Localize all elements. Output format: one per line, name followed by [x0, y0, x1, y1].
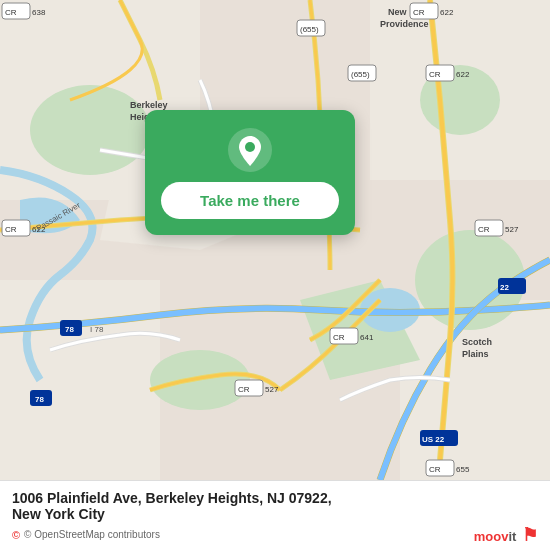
svg-text:622: 622	[456, 70, 470, 79]
city-line: New York City	[12, 506, 538, 522]
action-card: Take me there	[145, 110, 355, 235]
svg-text:622: 622	[440, 8, 454, 17]
svg-text:78: 78	[65, 325, 74, 334]
svg-text:CR: CR	[238, 385, 250, 394]
openstreetmap-logo: ©	[12, 529, 20, 541]
moovit-logo: moovit ⚑	[474, 524, 538, 546]
svg-text:CR: CR	[5, 225, 17, 234]
svg-text:CR: CR	[413, 8, 425, 17]
svg-text:CR: CR	[333, 333, 345, 342]
attribution-row: © © OpenStreetMap contributors moovit ⚑	[12, 524, 538, 546]
take-me-there-button[interactable]: Take me there	[161, 182, 339, 219]
svg-text:638: 638	[32, 8, 46, 17]
svg-text:(655): (655)	[351, 70, 370, 79]
svg-text:CR: CR	[429, 465, 441, 474]
svg-text:655: 655	[456, 465, 470, 474]
svg-rect-4	[0, 280, 160, 480]
svg-text:CR: CR	[478, 225, 490, 234]
svg-text:I 78: I 78	[90, 325, 104, 334]
svg-point-57	[245, 142, 255, 152]
svg-text:Providence: Providence	[380, 19, 429, 29]
svg-text:Scotch: Scotch	[462, 337, 492, 347]
svg-text:Berkeley: Berkeley	[130, 100, 168, 110]
svg-text:US 22: US 22	[422, 435, 445, 444]
svg-text:527: 527	[505, 225, 519, 234]
info-bar: 1006 Plainfield Ave, Berkeley Heights, N…	[0, 480, 550, 550]
location-pin-icon	[228, 128, 272, 172]
svg-text:(655): (655)	[300, 25, 319, 34]
svg-text:CR: CR	[429, 70, 441, 79]
svg-point-6	[30, 85, 150, 175]
map-container: 78 I 78 78 22 US 22 CR 638 CR 622 CR 622…	[0, 0, 550, 480]
svg-text:Plains: Plains	[462, 349, 489, 359]
svg-text:New: New	[388, 7, 408, 17]
svg-text:78: 78	[35, 395, 44, 404]
svg-text:527: 527	[265, 385, 279, 394]
svg-text:22: 22	[500, 283, 509, 292]
svg-text:641: 641	[360, 333, 374, 342]
attribution-text: © OpenStreetMap contributors	[24, 529, 160, 540]
svg-text:CR: CR	[5, 8, 17, 17]
address-line: 1006 Plainfield Ave, Berkeley Heights, N…	[12, 490, 538, 506]
